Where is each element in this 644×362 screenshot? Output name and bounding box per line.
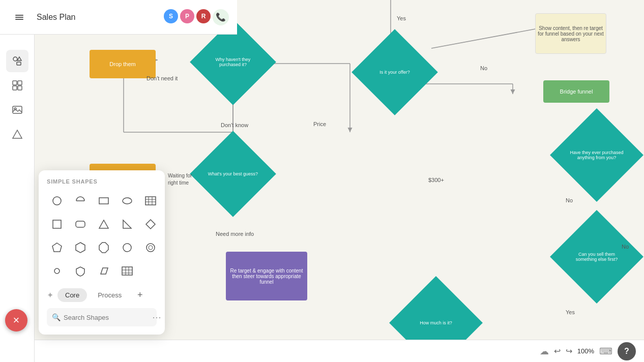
waiting-label-2: right time xyxy=(168,180,189,186)
rectangle-shape[interactable] xyxy=(94,191,114,211)
diamond-shape[interactable] xyxy=(140,214,161,234)
yes-label-2: Yes xyxy=(566,309,575,315)
arc-shape[interactable] xyxy=(70,191,91,211)
app-header: Sales Plan S P R 📞 xyxy=(0,0,237,35)
document-title: Sales Plan xyxy=(37,13,76,22)
add-tab-button[interactable]: + xyxy=(133,289,147,302)
retarget-node: Re target & engage with content then ste… xyxy=(226,252,307,300)
ellipse-shape[interactable] xyxy=(117,191,137,211)
price-label: Price xyxy=(313,121,326,127)
show-content-node: Show content, then re target for funnel … xyxy=(535,13,606,54)
image-icon[interactable] xyxy=(6,99,28,121)
300plus-label: $300+ xyxy=(428,177,444,183)
svg-rect-13 xyxy=(13,106,22,113)
svg-marker-46 xyxy=(99,243,108,253)
table-shape[interactable] xyxy=(140,191,161,211)
grid-icon[interactable] xyxy=(6,74,28,97)
circle2-shape[interactable] xyxy=(117,237,137,258)
yes-label-1: Yes xyxy=(397,15,406,21)
parallelogram-shape[interactable] xyxy=(94,261,114,281)
octagon-shape[interactable] xyxy=(94,237,114,258)
svg-rect-9 xyxy=(13,81,17,85)
svg-marker-42 xyxy=(123,220,131,228)
svg-marker-51 xyxy=(101,268,108,274)
svg-rect-32 xyxy=(99,198,108,204)
svg-marker-15 xyxy=(13,130,22,138)
undo-icon[interactable]: ↩ xyxy=(554,346,561,356)
search-icon: 🔍 xyxy=(52,313,61,321)
process-tab[interactable]: Process xyxy=(90,288,129,302)
svg-rect-8 xyxy=(17,62,21,65)
bottom-bar: ☁ ↩ ↪ 100% ⌨ ? xyxy=(35,340,644,362)
shield-shape[interactable] xyxy=(70,261,91,281)
svg-point-49 xyxy=(149,246,153,250)
dont-need-label: Don't need it xyxy=(147,75,178,81)
close-fab[interactable]: × xyxy=(5,309,27,331)
circle-shape[interactable] xyxy=(47,191,67,211)
svg-rect-10 xyxy=(18,81,22,85)
dont-know-label: Don't know xyxy=(221,122,248,128)
avatar-r[interactable]: R xyxy=(196,9,211,23)
bridge-funnel-node: Bridge funnel xyxy=(543,80,609,103)
wand-icon: ✦ xyxy=(47,290,53,300)
pentagon-shape[interactable] xyxy=(47,237,67,258)
call-button[interactable]: 📞 xyxy=(213,9,229,25)
svg-rect-34 xyxy=(145,197,156,205)
search-input[interactable] xyxy=(64,314,149,321)
svg-point-33 xyxy=(123,198,132,204)
shapes-grid xyxy=(47,191,157,281)
help-button[interactable]: ? xyxy=(618,342,636,360)
avatar-p[interactable]: P xyxy=(180,9,194,23)
best-guess-diamond: What's your best guess? xyxy=(202,143,264,204)
offer-diamond: Is it your offer? xyxy=(364,42,425,103)
svg-rect-12 xyxy=(18,86,22,90)
ring-shape[interactable] xyxy=(140,237,161,258)
svg-rect-39 xyxy=(53,220,61,228)
svg-rect-52 xyxy=(122,267,132,275)
cloud-icon[interactable]: ☁ xyxy=(540,346,549,357)
svg-point-50 xyxy=(54,268,60,274)
panel-tabs: ✦ Core Process + xyxy=(47,288,157,302)
svg-rect-0 xyxy=(15,15,23,16)
square-shape[interactable] xyxy=(47,214,67,234)
small-circle-shape[interactable] xyxy=(47,261,67,281)
purchased-before-diamond: Have they ever purchased anything from y… xyxy=(564,122,630,188)
svg-marker-45 xyxy=(76,243,85,253)
svg-point-31 xyxy=(53,197,61,205)
zoom-level[interactable]: 100% xyxy=(577,347,594,355)
svg-point-48 xyxy=(147,244,155,252)
shapes-panel: SIMPLE SHAPES xyxy=(39,170,165,335)
redo-icon[interactable]: ↪ xyxy=(566,346,572,356)
avatar-s[interactable]: S xyxy=(164,9,178,23)
no-label-1: No xyxy=(480,65,487,71)
keyboard-icon[interactable]: ⌨ xyxy=(599,346,612,357)
svg-rect-1 xyxy=(15,17,23,18)
svg-rect-2 xyxy=(15,19,23,20)
core-tab[interactable]: Core xyxy=(57,288,87,302)
need-info-label: Need more info xyxy=(216,231,254,237)
panel-title: SIMPLE SHAPES xyxy=(47,178,157,185)
triangle-shape[interactable] xyxy=(94,214,114,234)
svg-marker-44 xyxy=(52,243,62,252)
svg-rect-40 xyxy=(76,221,85,227)
svg-line-27 xyxy=(431,28,541,48)
rounded-rect-shape[interactable] xyxy=(70,214,91,234)
svg-point-6 xyxy=(13,57,17,61)
why-purchase-diamond: Why haven't they purchased it? xyxy=(202,32,264,93)
sell-else-diamond: Can you sell them something else first? xyxy=(564,224,630,290)
grid-shape[interactable] xyxy=(117,261,137,281)
waiting-label: Waiting for xyxy=(168,173,192,178)
shapes-icon[interactable] xyxy=(6,50,28,72)
triangle-icon[interactable] xyxy=(6,123,28,145)
drop-them-node: Drop them xyxy=(90,50,156,78)
svg-marker-41 xyxy=(99,220,108,228)
menu-button[interactable] xyxy=(8,6,31,28)
collaborators: S P R 📞 xyxy=(164,9,229,25)
right-triangle-shape[interactable] xyxy=(117,214,137,234)
svg-marker-7 xyxy=(17,57,21,61)
more-options-icon[interactable]: ⋯ xyxy=(152,312,161,323)
search-box[interactable]: 🔍 ⋯ xyxy=(47,308,157,326)
left-sidebar xyxy=(0,0,35,362)
svg-point-47 xyxy=(123,244,131,252)
hexagon-shape[interactable] xyxy=(70,237,91,258)
